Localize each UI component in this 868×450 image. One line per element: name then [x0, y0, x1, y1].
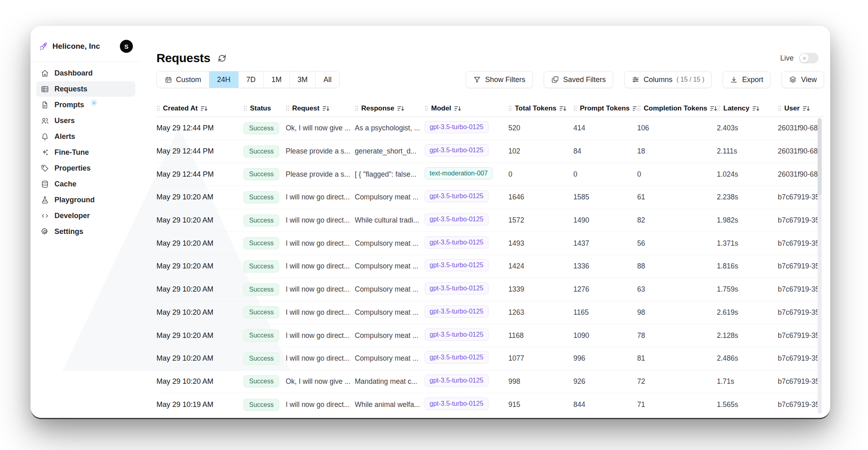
table-row[interactable]: May 29 10:20 AMSuccessOk, I will now giv…	[156, 370, 824, 394]
time-range-all[interactable]: All	[316, 71, 339, 88]
column-header-latency[interactable]: Latency	[717, 104, 778, 112]
cell-latency: 2.619s	[717, 308, 778, 317]
sort-icon[interactable]	[752, 105, 760, 112]
sort-icon[interactable]	[803, 105, 810, 112]
table-row[interactable]: May 29 12:44 PMSuccessOk, I will now giv…	[156, 117, 824, 140]
column-header-model[interactable]: Model	[425, 104, 508, 112]
sort-icon[interactable]	[200, 105, 208, 112]
sidebar-item-developer[interactable]: Developer	[36, 208, 135, 223]
column-header-completion-tokens[interactable]: Completion Tokens	[637, 104, 717, 112]
cell-total-tokens: 102	[508, 147, 573, 156]
table-row[interactable]: May 29 10:20 AMSuccessI will now go dire…	[156, 324, 824, 347]
drag-handle-icon[interactable]	[286, 105, 289, 111]
time-range-1m[interactable]: 1M	[264, 71, 290, 88]
sort-icon[interactable]	[397, 105, 405, 112]
table-row[interactable]: May 29 10:20 AMSuccessI will now go dire…	[156, 232, 824, 255]
status-badge: Success	[243, 145, 279, 158]
sort-icon[interactable]	[632, 105, 637, 112]
export-button[interactable]: Export	[723, 71, 770, 88]
column-header-total-tokens[interactable]: Total Tokens	[508, 104, 573, 112]
table-row[interactable]: May 29 10:20 AMSuccessI will now go dire…	[156, 255, 824, 278]
cell-created-at: May 29 12:44 PM	[156, 170, 243, 179]
cell-request: I will now go direct...	[286, 285, 355, 294]
cell-latency: 2.403s	[717, 124, 778, 132]
drag-handle-icon[interactable]	[637, 105, 641, 111]
funnel-icon	[473, 76, 481, 84]
table-row[interactable]: May 29 12:44 PMSuccessPlease provide a s…	[156, 163, 824, 186]
drag-handle-icon[interactable]	[573, 105, 577, 111]
cell-total-tokens: 1077	[508, 354, 573, 363]
sidebar-item-dashboard[interactable]: Dashboard	[36, 65, 135, 81]
sidebar-item-alerts[interactable]: Alerts	[36, 129, 135, 144]
refresh-button[interactable]	[217, 53, 227, 63]
table-row[interactable]: May 29 10:20 AMSuccessI will now go dire…	[156, 209, 824, 232]
saved-filters-button[interactable]: Saved Filters	[544, 71, 613, 88]
view-button[interactable]: View	[781, 71, 824, 88]
column-header-request[interactable]: Request	[286, 104, 355, 112]
org-name: Helicone, Inc	[52, 42, 100, 51]
cell-created-at: May 29 10:20 AM	[156, 239, 243, 248]
column-header-user[interactable]: User	[778, 104, 824, 112]
drag-handle-icon[interactable]	[355, 105, 358, 111]
column-label: Request	[292, 104, 319, 112]
table-row[interactable]: May 29 10:20 AMSuccessI will now go dire…	[156, 301, 824, 325]
table-row[interactable]: May 29 12:44 PMSuccessPlease provide a s…	[156, 140, 824, 163]
model-badge: gpt-3.5-turbo-0125	[425, 305, 488, 318]
status-badge: Success	[243, 375, 279, 387]
table-row[interactable]: May 29 10:20 AMSuccessI will now go dire…	[156, 347, 824, 370]
sort-icon[interactable]	[454, 105, 462, 112]
drag-handle-icon[interactable]	[717, 105, 720, 111]
cell-prompt-tokens: 84	[573, 147, 637, 156]
cell-status: Success	[243, 237, 286, 249]
drag-handle-icon[interactable]	[508, 105, 512, 111]
sidebar-item-cache[interactable]: Cache	[36, 176, 135, 192]
scrollbar-thumb[interactable]	[818, 118, 822, 195]
drag-handle-icon[interactable]	[425, 105, 428, 111]
column-header-prompt-tokens[interactable]: Prompt Tokens	[573, 104, 637, 112]
sort-icon[interactable]	[559, 105, 567, 112]
model-badge: gpt-3.5-turbo-0125	[425, 121, 488, 133]
column-header-response[interactable]: Response	[355, 104, 425, 112]
time-range-7d[interactable]: 7D	[239, 71, 264, 88]
cell-prompt-tokens: 926	[573, 377, 637, 386]
column-header-status[interactable]: Status	[243, 104, 286, 112]
cell-user: b7c67919-35	[778, 216, 824, 225]
sidebar-item-fine-tune[interactable]: Fine-Tune	[36, 145, 135, 160]
sidebar-item-prompts[interactable]: Prompts	[36, 97, 135, 112]
show-filters-button[interactable]: Show Filters	[466, 71, 533, 88]
sidebar-item-users[interactable]: Users	[36, 113, 135, 128]
document-icon	[41, 101, 49, 109]
avatar[interactable]: S	[120, 40, 133, 53]
drag-handle-icon[interactable]	[243, 105, 247, 111]
status-badge: Success	[243, 399, 279, 411]
cell-model: gpt-3.5-turbo-0125	[425, 121, 508, 135]
drag-handle-icon[interactable]	[156, 105, 160, 111]
table-row[interactable]: May 29 10:19 AMSuccessI will now go dire…	[156, 393, 824, 416]
cell-response: Compulsory meat ...	[355, 262, 425, 270]
live-toggle[interactable]	[799, 53, 818, 63]
sidebar-item-properties[interactable]: Properties	[36, 160, 135, 176]
org-header[interactable]: Helicone, Inc S	[30, 26, 141, 62]
sidebar-item-settings[interactable]: Settings	[36, 224, 135, 239]
cell-total-tokens: 915	[508, 400, 573, 409]
time-range-custom[interactable]: Custom	[157, 71, 209, 88]
sidebar-item-requests[interactable]: Requests	[36, 81, 135, 97]
sidebar-item-playground[interactable]: Playground	[36, 192, 135, 208]
cell-created-at: May 29 10:19 AM	[156, 400, 243, 409]
time-range-24h[interactable]: 24H	[209, 71, 239, 88]
table-row[interactable]: May 29 10:20 AMSuccessI will now go dire…	[156, 278, 824, 301]
cell-completion-tokens: 18	[637, 147, 717, 156]
columns-button[interactable]: Columns( 15 / 15 )	[624, 71, 712, 88]
cell-model: gpt-3.5-turbo-0125	[425, 144, 508, 158]
table-row[interactable]: May 29 10:20 AMSuccessI will now go dire…	[156, 186, 824, 209]
cell-response: Compulsory meat ...	[355, 354, 425, 363]
sort-icon[interactable]	[322, 105, 330, 112]
sidebar: Helicone, Inc S DashboardRequestsPrompts…	[30, 26, 141, 418]
time-range-3m[interactable]: 3M	[290, 71, 316, 88]
column-label: Status	[250, 104, 271, 112]
drag-handle-icon[interactable]	[778, 105, 781, 111]
sort-icon[interactable]	[710, 105, 717, 112]
column-header-created-at[interactable]: Created At	[156, 104, 243, 112]
vertical-scrollbar[interactable]	[818, 118, 822, 414]
cell-request: I will now go direct...	[286, 193, 355, 201]
